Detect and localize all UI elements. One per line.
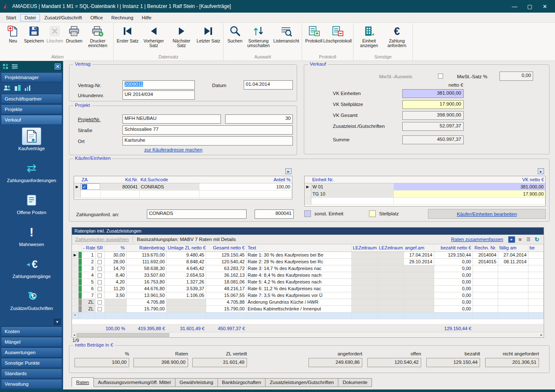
cell-text[interactable]: Änderung Grundriss Küche / HWR: [246, 299, 351, 305]
row-indicator[interactable]: [72, 272, 78, 278]
col-header-faellig-am[interactable]: fällig am: [498, 244, 528, 252]
cell-pct[interactable]: [104, 305, 126, 312]
sidebar-item-maengel[interactable]: Mängel: [1, 337, 62, 347]
suchcode-cell[interactable]: CONRADS: [139, 183, 199, 190]
cell-angef[interactable]: [404, 272, 434, 278]
col-header-be[interactable]: be: [528, 244, 544, 252]
einheit-cell[interactable]: W 01: [311, 183, 393, 190]
mwst-satz-input[interactable]: 0,00: [499, 72, 533, 81]
cell-gesamt[interactable]: 48.216,17: [206, 285, 246, 292]
col-header-bezahlt[interactable]: bezahlt netto €: [434, 244, 473, 252]
cell-bezahlt[interactable]: 129.150,44: [434, 252, 473, 258]
col-header-vk-netto[interactable]: VK netto €: [393, 176, 545, 183]
ratenplan-row[interactable]: 228,00111.692,008.848,42120.540,42Rate 2…: [72, 258, 544, 265]
cell-rate[interactable]: 4: [82, 272, 95, 278]
cell-be[interactable]: [528, 292, 544, 299]
ratenplan-row[interactable]: 48,4033.507,602.654,5336.162,13Rate 4: 8…: [72, 272, 544, 278]
col-header-rechn-nr[interactable]: Rechn. Nr.: [473, 244, 498, 252]
listenansicht-button[interactable]: Listenansicht: [272, 23, 300, 43]
export-grid-icon[interactable]: [508, 236, 515, 243]
za-cell[interactable]: [80, 183, 101, 190]
sidebar-item-zahlungsanforderungen[interactable]: Zahlungsanforderungen: [0, 159, 63, 191]
cell-umlage[interactable]: [166, 312, 206, 319]
drucken-button[interactable]: Drucken: [64, 23, 84, 43]
cell-pct[interactable]: 14,70: [104, 265, 126, 272]
vk-stellplaetze-value[interactable]: 17.900,00: [402, 100, 464, 109]
sr-checkbox[interactable]: [98, 294, 102, 298]
sidebar-item-mahnwesen[interactable]: Mahnwesen: [0, 223, 63, 255]
ratenplan-row[interactable]: 73,5013.961,501.106,0515.067,55Rate 7: 3…: [72, 292, 544, 299]
row-dense-icon[interactable]: [525, 236, 532, 243]
cell-betrag[interactable]: 119.670,00: [126, 252, 166, 258]
vertrag-nr-input[interactable]: 2009011: [122, 80, 195, 90]
sr-checkbox[interactable]: [98, 260, 102, 264]
row-indicator[interactable]: [72, 299, 78, 305]
cell-le1[interactable]: [351, 252, 377, 258]
cell-faellig[interactable]: [498, 278, 528, 285]
cell-rechnr[interactable]: [473, 265, 498, 272]
tab-bankbuergschaften[interactable]: Bankbürgschaften: [218, 378, 266, 387]
kaeufer-row[interactable]: ▶ 800041 CONRADS 100,00: [74, 183, 292, 190]
col-header-rate[interactable]: - Rate: [82, 244, 95, 252]
mwst-ausweis-checkbox[interactable]: [438, 74, 443, 79]
col-header-pct[interactable]: %: [104, 244, 126, 252]
cell-le1[interactable]: [351, 292, 377, 299]
ratenplan-row[interactable]: ZL15.790,0015.790,00Einbau Kabinettschrä…: [72, 305, 544, 312]
maximize-button[interactable]: ▢: [522, 1, 537, 12]
sidebar-item-geschaeftspartner[interactable]: Geschäftspartner: [1, 94, 62, 104]
buildings-icon[interactable]: [14, 85, 21, 91]
cell-le1[interactable]: [351, 272, 377, 278]
cell-umlage[interactable]: [166, 305, 206, 312]
cell-le2[interactable]: [377, 258, 404, 265]
cell-text[interactable]: Rate 3: 14,7 % des Kaufpreises nac: [246, 265, 351, 272]
sidebar-item-verwaltung[interactable]: Verwaltung: [1, 379, 62, 389]
cell-be[interactable]: [528, 285, 544, 292]
cell-pct[interactable]: [104, 312, 126, 319]
cell-gesamt[interactable]: 18.081,06: [206, 278, 246, 285]
cell-sr[interactable]: [95, 299, 104, 305]
cell-angef[interactable]: 29.10.2014: [404, 258, 434, 265]
cell-text[interactable]: [246, 312, 351, 319]
cell-be[interactable]: [528, 258, 544, 265]
cell-be[interactable]: [528, 252, 544, 258]
einheit-anzeigen-button[interactable]: Einheit anzeigen: [355, 23, 383, 48]
cell-umlage[interactable]: 1.106,05: [166, 292, 206, 299]
cell-text[interactable]: Rate 5: 4,2 % des Kaufpreises nach: [246, 278, 351, 285]
menu-zusatzl-gutschrift[interactable]: Zusatzl/Gutschrift: [40, 14, 86, 21]
cell-gesamt[interactable]: 129.150,45: [206, 252, 246, 258]
cell-angef[interactable]: [404, 265, 434, 272]
cell-angef[interactable]: [404, 299, 434, 305]
ratenplan-row[interactable]: 54,2016.753,801.327,2618.081,06Rate 5: 4…: [72, 278, 544, 285]
contacts-icon[interactable]: [3, 85, 11, 91]
speichern-button[interactable]: Speichern: [23, 23, 45, 43]
cell-faellig[interactable]: [498, 312, 528, 319]
cell-le1[interactable]: [351, 299, 377, 305]
col-header-lezeitraum1[interactable]: LEZeitraum: [351, 244, 377, 252]
cell-rate[interactable]: ZL: [82, 299, 95, 305]
cell-angef[interactable]: [404, 312, 434, 319]
cell-le1[interactable]: [351, 285, 377, 292]
cell-rechnr[interactable]: [473, 312, 498, 319]
cell-sr[interactable]: [95, 292, 104, 299]
naechster-satz-button[interactable]: Nächster Satz: [167, 23, 195, 48]
vk-cell[interactable]: 381.000,00: [393, 183, 545, 190]
einheit-row[interactable]: ▶ W 01 381.000,00: [305, 183, 545, 190]
sr-checkbox[interactable]: [98, 300, 102, 305]
cell-angef[interactable]: [404, 292, 434, 299]
cell-le1[interactable]: [351, 312, 377, 319]
cell-rate[interactable]: [82, 312, 95, 319]
projekt-nr-label[interactable]: Projekt/Nr.: [78, 117, 101, 122]
minimize-button[interactable]: —: [507, 1, 522, 12]
cell-le2[interactable]: [377, 272, 404, 278]
row-lines-icon[interactable]: [517, 236, 523, 243]
tab-auflassungsvormerkung[interactable]: Auflassungsvormerkung/öff. Mittel: [94, 378, 175, 387]
letzter-satz-button[interactable]: Letzter Satz: [195, 23, 221, 43]
cell-bezahlt[interactable]: 0,00: [434, 285, 473, 292]
sidebar-item-zusaetze-gutschriften[interactable]: Zusätze/Gutschriften: [0, 287, 63, 319]
ratenplan-row[interactable]: ▶130,00119.670,009.480,45129.150,45Rate …: [72, 252, 544, 258]
cell-le2[interactable]: [377, 285, 404, 292]
cell-rechnr[interactable]: 2014015: [473, 258, 498, 265]
col-header-lezeitraum2[interactable]: LEZeitraum: [377, 244, 404, 252]
cell-le2[interactable]: [377, 265, 404, 272]
row-indicator[interactable]: [72, 305, 78, 312]
